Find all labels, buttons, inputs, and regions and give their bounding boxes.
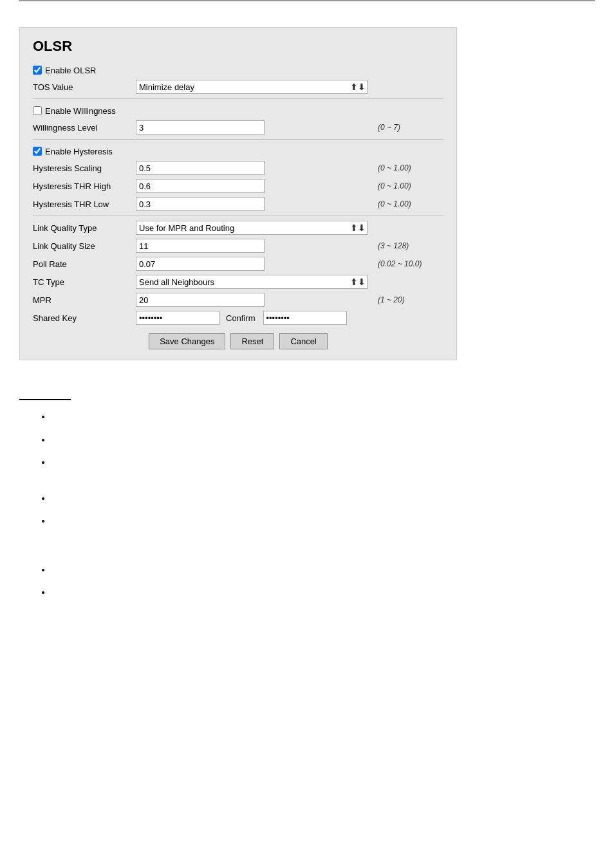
poll-rate-input[interactable] xyxy=(136,257,265,271)
hysteresis-scaling-label: Hysteresis Scaling xyxy=(33,163,136,173)
tos-value-row: TOS Value Minimize delay Maximize throug… xyxy=(33,79,443,95)
hysteresis-thr-high-input[interactable] xyxy=(136,179,265,193)
link-quality-size-row: Link Quality Size (3 ~ 128) xyxy=(33,238,443,254)
tos-value-select[interactable]: Minimize delay Maximize throughput Best … xyxy=(136,80,367,94)
save-changes-button[interactable]: Save Changes xyxy=(149,333,225,349)
divider-3 xyxy=(33,216,443,216)
list-item xyxy=(51,411,595,423)
hysteresis-thr-high-label: Hysteresis THR High xyxy=(33,181,136,191)
cancel-button[interactable]: Cancel xyxy=(279,333,327,349)
mpr-input[interactable] xyxy=(136,293,265,307)
hysteresis-thr-high-row: Hysteresis THR High (0 ~ 1.00) xyxy=(33,178,443,194)
willingness-level-label: Willingness Level xyxy=(33,123,136,133)
enable-olsr-row: Enable OLSR xyxy=(33,62,443,78)
hysteresis-thr-low-input[interactable] xyxy=(136,197,265,211)
enable-willingness-checkbox[interactable] xyxy=(33,106,42,115)
enable-willingness-label[interactable]: Enable Willingness xyxy=(33,106,116,116)
list-item xyxy=(51,456,595,469)
hysteresis-thr-low-label: Hysteresis THR Low xyxy=(33,199,136,209)
willingness-level-row: Willingness Level (0 ~ 7) xyxy=(33,120,443,135)
list-item xyxy=(51,515,595,528)
olsr-panel: OLSR Enable OLSR TOS Value Minimize dela… xyxy=(19,27,457,360)
hysteresis-thr-low-hint: (0 ~ 1.00) xyxy=(373,199,443,208)
list-item xyxy=(51,564,595,577)
link-quality-size-hint: (3 ~ 128) xyxy=(373,241,443,250)
willingness-level-hint: (0 ~ 7) xyxy=(373,123,443,132)
hysteresis-scaling-input[interactable] xyxy=(136,161,265,175)
list-item xyxy=(51,492,595,505)
shared-key-row: Shared Key Confirm xyxy=(33,310,443,326)
link-quality-type-row: Link Quality Type Use for MPR and Routin… xyxy=(33,220,443,235)
tc-type-select[interactable]: Send all Neighbours Send MPR Selectors N… xyxy=(136,275,367,289)
mpr-hint: (1 ~ 20) xyxy=(373,295,443,304)
section-underline xyxy=(19,399,71,400)
divider-2 xyxy=(33,139,443,140)
willingness-level-input[interactable] xyxy=(136,120,265,134)
enable-willingness-row: Enable Willingness xyxy=(33,103,443,118)
enable-olsr-checkbox[interactable] xyxy=(33,66,42,75)
poll-rate-hint: (0.02 ~ 10.0) xyxy=(373,259,443,268)
enable-hysteresis-row: Enable Hysteresis xyxy=(33,143,443,159)
buttons-row: Save Changes Reset Cancel xyxy=(33,333,443,349)
poll-rate-row: Poll Rate (0.02 ~ 10.0) xyxy=(33,256,443,272)
hysteresis-scaling-row: Hysteresis Scaling (0 ~ 1.00) xyxy=(33,160,443,176)
hysteresis-thr-high-hint: (0 ~ 1.00) xyxy=(373,181,443,190)
hysteresis-thr-low-row: Hysteresis THR Low (0 ~ 1.00) xyxy=(33,196,443,212)
link-quality-size-input[interactable] xyxy=(136,239,265,253)
enable-hysteresis-label[interactable]: Enable Hysteresis xyxy=(33,147,113,156)
divider-1 xyxy=(33,98,443,99)
link-quality-type-select-wrapper: Use for MPR and Routing Use for Routing … xyxy=(136,221,367,235)
confirm-label: Confirm xyxy=(226,313,256,323)
link-quality-type-label: Link Quality Type xyxy=(33,223,136,233)
link-quality-size-label: Link Quality Size xyxy=(33,241,136,251)
olsr-title: OLSR xyxy=(33,38,443,55)
mpr-row: MPR (1 ~ 20) xyxy=(33,292,443,308)
mpr-label: MPR xyxy=(33,295,136,305)
tos-value-select-wrapper: Minimize delay Maximize throughput Best … xyxy=(136,80,367,94)
tc-type-select-wrapper: Send all Neighbours Send MPR Selectors N… xyxy=(136,275,367,289)
reset-button[interactable]: Reset xyxy=(230,333,274,349)
shared-key-input[interactable] xyxy=(136,311,219,325)
enable-hysteresis-checkbox[interactable] xyxy=(33,147,42,156)
poll-rate-label: Poll Rate xyxy=(33,259,136,269)
tos-value-label: TOS Value xyxy=(33,82,136,92)
shared-key-confirm-input[interactable] xyxy=(263,311,347,325)
tc-type-label: TC Type xyxy=(33,277,136,287)
bullet-list xyxy=(19,411,595,599)
enable-olsr-label[interactable]: Enable OLSR xyxy=(33,66,97,75)
description-section xyxy=(0,392,614,616)
hysteresis-scaling-hint: (0 ~ 1.00) xyxy=(373,163,443,172)
shared-key-label: Shared Key xyxy=(33,313,136,323)
list-item xyxy=(51,434,595,447)
tc-type-row: TC Type Send all Neighbours Send MPR Sel… xyxy=(33,274,443,290)
list-item xyxy=(51,586,595,599)
link-quality-type-select[interactable]: Use for MPR and Routing Use for Routing … xyxy=(136,221,367,235)
